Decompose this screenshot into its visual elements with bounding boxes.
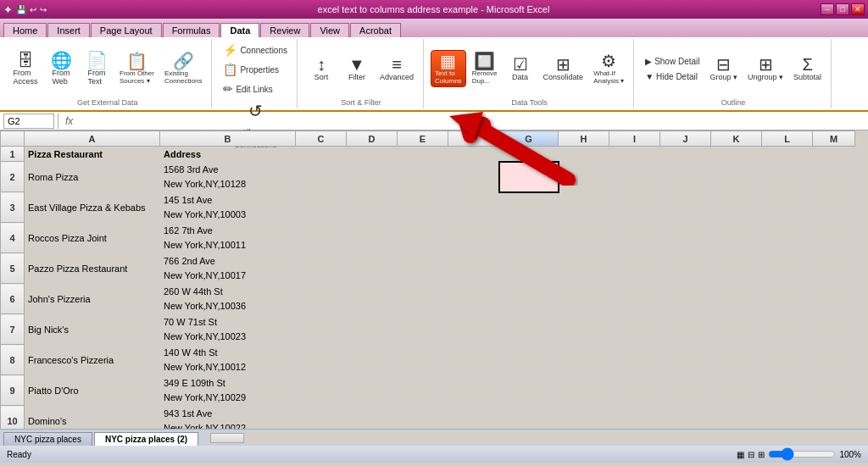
- cell-j1[interactable]: [660, 147, 711, 162]
- cell-k9[interactable]: [711, 375, 762, 406]
- cell-h8[interactable]: [559, 345, 609, 375]
- subtotal-button[interactable]: Σ Subtotal: [789, 53, 826, 84]
- cell-b9[interactable]: 349 E 109th StNew York,NY,10029: [160, 375, 296, 406]
- cell-m1[interactable]: [813, 147, 855, 162]
- connections-button[interactable]: ⚡ Connections: [219, 41, 292, 59]
- sort-button[interactable]: ↕ Sort: [304, 53, 338, 84]
- cell-a8[interactable]: Francesco's Pizzeria: [25, 345, 160, 375]
- redo-icon[interactable]: ↪: [40, 5, 47, 14]
- tab-home[interactable]: Home: [3, 23, 47, 37]
- cell-l3[interactable]: [762, 192, 813, 223]
- cell-j2[interactable]: [660, 162, 711, 192]
- cell-m10[interactable]: [813, 406, 855, 430]
- scrollbar-thumb[interactable]: [210, 433, 244, 443]
- edit-links-button[interactable]: ✏ Edit Links: [219, 80, 276, 98]
- cell-g1[interactable]: [499, 147, 559, 162]
- existing-connections-button[interactable]: 🔗 ExistingConnections: [160, 50, 206, 87]
- row-header-9[interactable]: 9: [1, 375, 25, 406]
- cell-f3[interactable]: [448, 192, 499, 223]
- tab-insert[interactable]: Insert: [47, 23, 90, 37]
- cell-e6[interactable]: [398, 284, 448, 314]
- cell-g6[interactable]: [499, 284, 559, 314]
- cell-k3[interactable]: [711, 192, 762, 223]
- sheet-tab-2[interactable]: NYC pizza places (2): [94, 432, 198, 446]
- cell-m2[interactable]: [813, 162, 855, 192]
- row-header-6[interactable]: 6: [1, 284, 25, 314]
- tab-review[interactable]: Review: [260, 23, 309, 37]
- cell-m9[interactable]: [813, 375, 855, 406]
- cell-e7[interactable]: [398, 314, 448, 345]
- cell-d4[interactable]: [347, 223, 398, 253]
- row-header-7[interactable]: 7: [1, 314, 25, 345]
- cell-b6[interactable]: 260 W 44th StNew York,NY,10036: [160, 284, 296, 314]
- advanced-button[interactable]: ≡ Advanced: [376, 53, 418, 84]
- zoom-slider[interactable]: [768, 450, 836, 458]
- cell-l2[interactable]: [762, 162, 813, 192]
- cell-h3[interactable]: [559, 192, 609, 223]
- cell-g5[interactable]: [499, 253, 559, 284]
- cell-c3[interactable]: [296, 192, 347, 223]
- cell-l8[interactable]: [762, 345, 813, 375]
- from-web-button[interactable]: 🌐 FromWeb: [44, 49, 78, 88]
- cell-l7[interactable]: [762, 314, 813, 345]
- cell-i6[interactable]: [609, 284, 660, 314]
- cell-d10[interactable]: [347, 406, 398, 430]
- cell-l9[interactable]: [762, 375, 813, 406]
- cell-i2[interactable]: [609, 162, 660, 192]
- col-header-d[interactable]: D: [347, 131, 398, 147]
- cell-g10[interactable]: [499, 406, 559, 430]
- cell-b5[interactable]: 766 2nd AveNew York,NY,10017: [160, 253, 296, 284]
- cell-b7[interactable]: 70 W 71st StNew York,NY,10023: [160, 314, 296, 345]
- row-header-1[interactable]: 1: [1, 147, 25, 162]
- cell-h6[interactable]: [559, 284, 609, 314]
- row-header-3[interactable]: 3: [1, 192, 25, 223]
- cell-a10[interactable]: Domino's: [25, 406, 160, 430]
- cell-d8[interactable]: [347, 345, 398, 375]
- cell-e8[interactable]: [398, 345, 448, 375]
- cell-i3[interactable]: [609, 192, 660, 223]
- cell-m6[interactable]: [813, 284, 855, 314]
- tab-page-layout[interactable]: Page Layout: [91, 23, 162, 37]
- cell-k1[interactable]: [711, 147, 762, 162]
- horizontal-scrollbar[interactable]: [207, 432, 868, 444]
- group-button[interactable]: ⊟ Group ▾: [706, 53, 743, 84]
- cell-reference-input[interactable]: [3, 114, 54, 129]
- cell-c5[interactable]: [296, 253, 347, 284]
- cell-k4[interactable]: [711, 223, 762, 253]
- cell-h10[interactable]: [559, 406, 609, 430]
- what-if-button[interactable]: ⚙ What-IfAnalysis ▾: [589, 50, 628, 87]
- col-header-j[interactable]: J: [660, 131, 711, 147]
- sheet-tab-1[interactable]: NYC pizza places: [3, 432, 92, 446]
- cell-m4[interactable]: [813, 223, 855, 253]
- cell-i9[interactable]: [609, 375, 660, 406]
- cell-j9[interactable]: [660, 375, 711, 406]
- cell-d1[interactable]: [347, 147, 398, 162]
- cell-e9[interactable]: [398, 375, 448, 406]
- properties-button[interactable]: 📋 Properties: [219, 60, 283, 79]
- col-header-g[interactable]: G: [499, 131, 559, 147]
- cell-e1[interactable]: [398, 147, 448, 162]
- view-normal-icon[interactable]: ▦: [737, 450, 744, 459]
- cell-f1[interactable]: [448, 147, 499, 162]
- col-header-b[interactable]: B: [160, 131, 296, 147]
- cell-m8[interactable]: [813, 345, 855, 375]
- from-access-button[interactable]: 🗄 FromAccess: [8, 49, 42, 88]
- cell-h1[interactable]: [559, 147, 609, 162]
- cell-e2[interactable]: [398, 162, 448, 192]
- cell-d6[interactable]: [347, 284, 398, 314]
- col-header-a[interactable]: A: [25, 131, 160, 147]
- row-header-5[interactable]: 5: [1, 253, 25, 284]
- data-validation-button[interactable]: ☑ Data: [504, 53, 537, 84]
- cell-g3[interactable]: [499, 192, 559, 223]
- cell-g4[interactable]: [499, 223, 559, 253]
- cell-g8[interactable]: [499, 345, 559, 375]
- remove-duplicates-button[interactable]: 🔲 RemoveDup...: [468, 50, 502, 87]
- cell-i4[interactable]: [609, 223, 660, 253]
- cell-d7[interactable]: [347, 314, 398, 345]
- cell-g2[interactable]: [499, 162, 559, 192]
- cell-l1[interactable]: [762, 147, 813, 162]
- cell-l10[interactable]: [762, 406, 813, 430]
- cell-b8[interactable]: 140 W 4th StNew York,NY,10012: [160, 345, 296, 375]
- cell-f4[interactable]: [448, 223, 499, 253]
- cell-f10[interactable]: [448, 406, 499, 430]
